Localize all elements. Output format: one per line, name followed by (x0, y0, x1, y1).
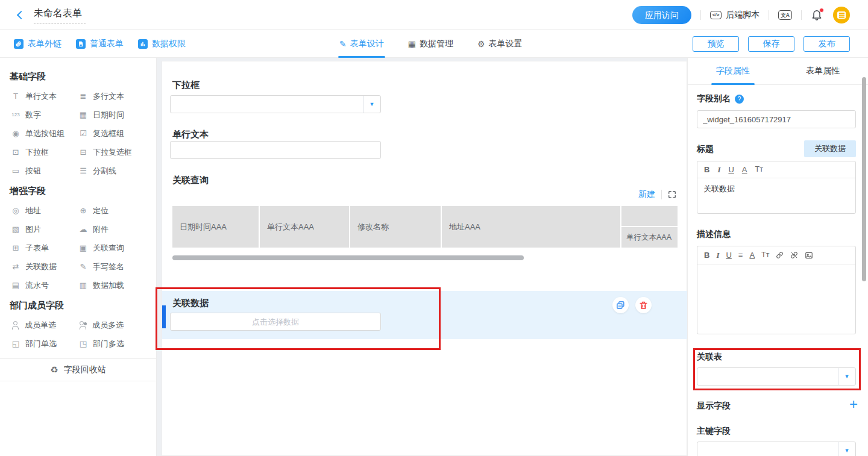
sidebar-item-lookup-query[interactable]: ▣关联查询 (78, 243, 146, 253)
horizontal-scrollbar[interactable] (172, 255, 524, 260)
underline-button[interactable]: U (728, 166, 734, 173)
preview-button[interactable]: 预览 (693, 36, 739, 52)
copy-field-button[interactable] (612, 297, 629, 313)
sidebar-item-data-load[interactable]: ▥数据加载 (78, 280, 146, 290)
item-label: 成员多选 (92, 320, 124, 331)
font-size-button[interactable]: Tт (755, 166, 763, 173)
insert-image-icon[interactable] (805, 251, 813, 260)
sidebar-item-single-line-text[interactable]: T单行文本 (11, 91, 78, 101)
vertical-scrollbar[interactable] (862, 77, 866, 281)
description-editor-content[interactable] (697, 264, 855, 334)
linked-data-picker-input[interactable] (170, 313, 381, 331)
enhanced-fields-grid: ◎地址 ⊕定位 ▧图片 ☁附件 ⊞子表单 ▣关联查询 ⇄关联数据 ✎手写签名 ▤… (11, 205, 146, 290)
selected-field-linked-data[interactable]: 关联数据 (162, 291, 688, 339)
tab-form-properties[interactable]: 表单属性 (778, 58, 868, 84)
chevron-down-icon: ▼ (370, 101, 375, 107)
form-toolbar: 表单外链 普通表单 数据权限 ✎ 表单设计 ▦ 数据管理 (0, 30, 868, 58)
underline-button[interactable]: U (726, 251, 731, 259)
sidebar-item-multi-line-text[interactable]: ≣多行文本 (78, 91, 146, 101)
publish-button[interactable]: 发布 (804, 36, 850, 52)
translate-icon[interactable]: 文A (778, 10, 792, 20)
number-icon: 123 (11, 110, 20, 120)
link-icon[interactable] (776, 251, 784, 259)
delete-field-button[interactable] (635, 297, 652, 313)
sidebar-item-location[interactable]: ⊕定位 (78, 205, 146, 216)
unlink-icon[interactable] (790, 251, 798, 259)
lookup-field-label: 关联查询 (172, 175, 209, 186)
sidebar-item-address[interactable]: ◎地址 (11, 205, 78, 216)
sidebar-item-dept-multi[interactable]: ◳部门多选 (78, 339, 146, 349)
divider-icon: ☰ (78, 166, 88, 176)
sidebar-item-dept-single[interactable]: ◱部门单选 (11, 339, 78, 349)
form-design-icon: ✎ (339, 39, 347, 49)
bold-button[interactable]: B (704, 166, 709, 173)
form-title[interactable]: 未命名表单 (34, 6, 86, 24)
italic-button[interactable]: I (717, 166, 720, 173)
radio-icon: ◉ (11, 129, 20, 139)
tab-form-settings[interactable]: ⚙ 表单设置 (477, 30, 523, 58)
select-caret-box: ▼ (363, 96, 380, 113)
sidebar-item-button[interactable]: ▭按钮 (11, 166, 78, 176)
align-button[interactable]: ≡ (738, 251, 743, 259)
signature-icon: ✎ (78, 262, 88, 272)
add-display-field-button[interactable]: + (849, 398, 858, 410)
sidebar-item-number[interactable]: 123数字 (11, 110, 78, 120)
sidebar-item-serial-number[interactable]: ▤流水号 (11, 280, 78, 290)
sidebar-item-checkbox-group[interactable]: ☑复选框组 (78, 128, 146, 139)
font-color-button[interactable]: A (749, 251, 755, 259)
sidebar-item-linked-data[interactable]: ⇄关联数据 (11, 261, 78, 272)
sidebar-item-image[interactable]: ▧图片 (11, 224, 78, 234)
table-column-header: 修改名称 (350, 206, 441, 248)
font-size-button[interactable]: Tт (761, 251, 769, 259)
tab-form-design[interactable]: ✎ 表单设计 (339, 30, 384, 58)
notification-bell-icon[interactable] (811, 8, 824, 22)
text-field-input[interactable] (170, 141, 381, 159)
save-button[interactable]: 保存 (748, 36, 794, 52)
linked-data-field-label: 关联数据 (172, 298, 209, 309)
recycle-label: 字段回收站 (64, 364, 106, 375)
normal-form-item[interactable]: 普通表单 (76, 39, 124, 49)
sidebar-item-dropdown[interactable]: ⊡下拉框 (11, 147, 78, 157)
select-caret-box: ▼ (838, 368, 855, 385)
app-access-button[interactable]: 应用访问 (632, 6, 691, 24)
sidebar-item-subform[interactable]: ⊞子表单 (11, 243, 78, 253)
tab-data-management[interactable]: ▦ 数据管理 (408, 30, 453, 58)
sidebar-item-divider[interactable]: ☰分割线 (78, 166, 146, 176)
sidebar-item-member-single[interactable]: 成员单选 (11, 320, 78, 330)
title-rich-editor: B I U A Tт 关联数据 (697, 161, 856, 214)
alias-label: 字段别名 (697, 93, 731, 104)
external-link-label: 表单外链 (28, 39, 61, 49)
related-table-select[interactable]: ▼ (697, 367, 856, 386)
sidebar-item-signature[interactable]: ✎手写签名 (78, 261, 146, 272)
primary-key-select[interactable]: ▼ (697, 442, 856, 456)
display-fields-label: 显示字段 (697, 401, 731, 411)
back-chevron-icon[interactable] (17, 10, 25, 19)
sidebar-item-attachment[interactable]: ☁附件 (78, 224, 146, 234)
title-linked-data-tag[interactable]: 关联数据 (804, 140, 856, 157)
backend-script-button[interactable]: </> 后端脚本 (710, 10, 760, 20)
sidebar-item-radio-group[interactable]: ◉单选按钮组 (11, 128, 78, 139)
font-color-button[interactable]: A (742, 166, 747, 173)
dropdown-field-select[interactable]: ▼ (170, 95, 381, 113)
external-link-item[interactable]: 表单外链 (14, 39, 61, 49)
field-recycle-bin[interactable]: ♻ 字段回收站 (0, 358, 156, 381)
sidebar-item-member-multi[interactable]: 成员多选 (78, 320, 146, 330)
item-label: 数据加载 (93, 280, 124, 291)
item-label: 定位 (93, 205, 108, 216)
fullscreen-icon[interactable] (668, 190, 676, 199)
new-record-link[interactable]: 新建 (638, 189, 655, 200)
dept-single-icon: ◱ (11, 339, 20, 349)
code-icon: </> (710, 11, 722, 19)
italic-button[interactable]: I (716, 251, 719, 259)
avatar[interactable] (833, 7, 850, 23)
sidebar-item-dropdown-multi[interactable]: ⊟下拉复选框 (78, 147, 146, 157)
serial-number-icon: ▤ (11, 281, 20, 290)
help-icon[interactable]: ? (735, 95, 744, 104)
title-editor-content[interactable]: 关联数据 (697, 178, 855, 200)
sidebar-item-datetime[interactable]: ▦日期时间 (78, 110, 146, 120)
data-permission-item[interactable]: 数据权限 (138, 39, 186, 49)
alias-input[interactable] (697, 110, 856, 128)
item-label: 日期时间 (93, 110, 124, 120)
tab-field-properties[interactable]: 字段属性 (688, 58, 778, 84)
bold-button[interactable]: B (704, 251, 709, 259)
